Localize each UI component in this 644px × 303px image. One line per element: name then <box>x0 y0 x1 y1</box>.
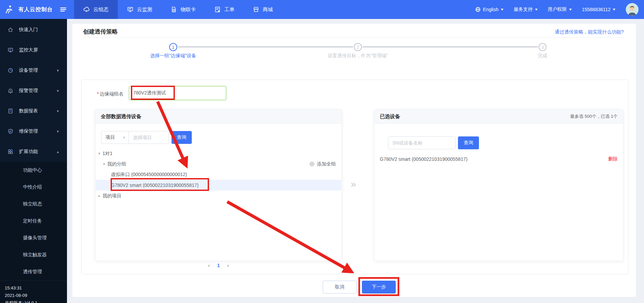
selected-devices-header: 已选设备 最多选 500个，已选 1个 <box>374 110 623 124</box>
step-label-1: 选择一组"边缘端"设备 <box>106 53 241 59</box>
sn-search-input[interactable] <box>388 136 456 149</box>
sidebar-menu: 快速入门监控大屏设备管理▼报警管理▼数据报表▼维保管理▼扩展功能▲ <box>0 19 67 162</box>
tree-row-label: 1对1 <box>102 151 113 157</box>
chevron-down-icon: ▼ <box>56 109 60 113</box>
work-order-icon <box>214 6 221 13</box>
add-whole-group-label: 添加全组 <box>317 161 336 167</box>
nav-tab-label: 云组态 <box>93 6 109 13</box>
sidebar-item-label: 维保管理 <box>19 128 38 134</box>
mall-icon <box>253 6 259 13</box>
globe-icon <box>475 6 481 13</box>
sidebar-subitem-label: 摄像头管理 <box>23 235 47 241</box>
tree-row-label: 我的分组 <box>107 161 126 167</box>
all-devices-header: 全部数据透传设备 <box>95 110 342 124</box>
all-devices-panel: 全部数据透传设备 项目 ▼ 查询 ▾1对1▾我的分组添加全组虚拟串口 (0000… <box>95 109 342 261</box>
sidebar-subitem-独立组态[interactable]: 独立组态 <box>0 196 67 213</box>
chevron-down-icon: ▼ <box>56 69 60 72</box>
help-link[interactable]: 通过透传策略，能实现什么功能? <box>555 29 624 35</box>
sidebar-subitem-label: 独立触发器 <box>23 252 47 258</box>
step-label-3: 完成 <box>475 53 610 59</box>
required-asterisk: * <box>97 91 99 96</box>
tree-row-我的分组[interactable]: ▾我的分组添加全组 <box>96 159 341 169</box>
nav-tab-商城[interactable]: 商城 <box>244 0 282 19</box>
chevron-down-icon: ▼ <box>568 8 572 11</box>
sidebar-footer: 15:43:31 2021-08-09 当前版本: V4.0.1 <box>0 280 67 303</box>
nav-tab-物联卡[interactable]: 物联卡 <box>161 0 205 19</box>
group-name-label: *边缘端组名 <box>82 91 123 97</box>
cancel-button[interactable]: 取消 <box>323 281 356 294</box>
system-time: 15:43:31 <box>5 284 67 292</box>
sn-search-button[interactable]: 查询 <box>458 136 479 149</box>
sidebar-item-设备管理[interactable]: 设备管理▼ <box>0 60 67 81</box>
tree-row-G780V2 smart (00500221031900055817)[interactable]: G780V2 smart (00500221031900055817) <box>96 180 341 191</box>
sidebar-item-label: 扩展功能 <box>19 149 38 155</box>
sidebar-subitem-label: 独立组态 <box>23 201 42 207</box>
prev-page-button[interactable]: ‹ <box>208 263 210 268</box>
sidebar-subitem-独立触发器[interactable]: 独立触发器 <box>0 246 67 263</box>
search-button[interactable]: 查询 <box>171 131 192 144</box>
menu-icon[interactable] <box>60 6 67 13</box>
avatar[interactable] <box>626 3 639 16</box>
alarm-icon <box>7 88 14 94</box>
brand-title: 有人云控制台 <box>18 6 53 13</box>
device-tree: ▾1对1▾我的分组添加全组虚拟串口 (00005450000000000012)… <box>96 148 341 201</box>
tree-row-我的项目[interactable]: ▸我的项目 <box>96 191 341 201</box>
caret-down-icon: ▾ <box>103 162 107 166</box>
chevron-down-icon: ▼ <box>122 136 126 139</box>
sidebar-subitem-中性介绍[interactable]: 中性介绍 <box>0 179 67 196</box>
project-search-input[interactable] <box>129 131 169 144</box>
nav-tab-工单[interactable]: 工单 <box>205 0 244 19</box>
sidebar-item-label: 报警管理 <box>19 88 38 94</box>
sidebar-subitem-功能中心[interactable]: 功能中心 <box>0 162 67 179</box>
sidebar: 快速入门监控大屏设备管理▼报警管理▼数据报表▼维保管理▼扩展功能▲ 功能中心中性… <box>0 19 67 303</box>
language-label: English <box>483 7 499 12</box>
version-label: 当前版本: V4.0.1 <box>5 299 67 303</box>
chevron-down-icon: ▼ <box>56 89 60 93</box>
support-menu[interactable]: 服务支持 ▼ <box>514 6 538 13</box>
sidebar-item-快速入门[interactable]: 快速入门 <box>0 20 67 40</box>
top-navbar: 有人云控制台 云组态云监测物联卡工单商城 English ▼ 服务支持 ▼ 用户… <box>0 0 644 19</box>
sidebar-item-维保管理[interactable]: 维保管理▼ <box>0 121 67 142</box>
tree-row-虚拟串口 (00005450000000000012)[interactable]: 虚拟串口 (00005450000000000012) <box>96 169 341 180</box>
sidebar-item-数据报表[interactable]: 数据报表▼ <box>0 101 67 121</box>
sidebar-item-监控大屏[interactable]: 监控大屏 <box>0 40 67 60</box>
selected-devices-title: 已选设备 <box>380 113 400 120</box>
permission-menu[interactable]: 用户权限 ▼ <box>548 6 572 13</box>
nav-tab-label: 商城 <box>263 6 273 13</box>
current-page[interactable]: 1 <box>217 263 220 268</box>
selection-limit-text: 最多选 500个，已选 1个 <box>570 113 618 120</box>
sidebar-item-报警管理[interactable]: 报警管理▼ <box>0 81 67 101</box>
cloud-icon <box>83 6 90 13</box>
account-menu[interactable]: 15588836112 ▼ <box>582 7 616 12</box>
nav-tab-云监测[interactable]: 云监测 <box>118 0 161 19</box>
pagination: ‹ 1 › <box>95 263 342 268</box>
pie-chart-icon <box>7 67 14 73</box>
sidebar-subitem-透传管理[interactable]: 透传管理 <box>0 263 67 280</box>
next-step-button[interactable]: 下一步 <box>362 281 396 294</box>
tree-row-1对1[interactable]: ▾1对1 <box>96 148 341 159</box>
step-circle-3: 3 <box>538 43 547 51</box>
sidebar-item-label: 快速入门 <box>19 27 38 33</box>
chevron-up-icon: ▲ <box>56 150 60 154</box>
sidebar-subitem-定时任务[interactable]: 定时任务 <box>0 213 67 230</box>
tree-row-label: 虚拟串口 (00005450000000000012) <box>111 172 187 178</box>
sidebar-item-label: 数据报表 <box>19 108 38 114</box>
sidebar-item-扩展功能[interactable]: 扩展功能▲ <box>0 142 67 162</box>
group-name-input[interactable] <box>129 86 226 100</box>
divider <box>83 37 625 38</box>
permission-label: 用户权限 <box>548 6 567 13</box>
add-whole-group-button[interactable]: 添加全组 <box>309 161 336 167</box>
chevron-down-icon: ▼ <box>534 8 538 11</box>
sidebar-subitem-label: 定时任务 <box>23 218 42 224</box>
nav-tab-label: 工单 <box>224 6 234 13</box>
next-page-button[interactable]: › <box>227 263 229 268</box>
tree-row-label: G780V2 smart (00500221031900055817) <box>111 182 199 188</box>
page-title: 创建透传策略 <box>83 28 118 36</box>
language-menu[interactable]: English ▼ <box>475 6 504 13</box>
chevron-down-icon: ▼ <box>500 8 504 11</box>
project-select[interactable]: 项目 ▼ <box>101 131 129 144</box>
sidebar-subitem-摄像头管理[interactable]: 摄像头管理 <box>0 230 67 246</box>
delete-device-button[interactable]: 删除 <box>608 156 618 162</box>
sidebar-subitem-label: 中性介绍 <box>23 184 42 190</box>
nav-tab-云组态[interactable]: 云组态 <box>74 0 118 19</box>
